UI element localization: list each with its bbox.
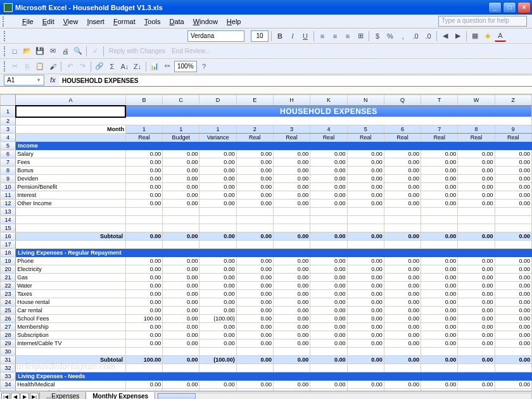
cell[interactable]: 0.00 — [236, 183, 273, 191]
cell[interactable]: 0.00 — [273, 183, 310, 191]
row-label[interactable]: Taxes — [16, 290, 126, 298]
row-label[interactable]: Water — [16, 282, 126, 290]
row-header[interactable]: 11 — [1, 191, 16, 200]
cell[interactable]: 0.00 — [310, 323, 347, 331]
col-header[interactable]: A — [16, 95, 126, 106]
comma-button[interactable]: , — [397, 30, 408, 42]
cell[interactable] — [458, 241, 495, 249]
cell[interactable] — [273, 216, 310, 224]
redo-button[interactable]: ↷ — [77, 61, 88, 72]
row-label[interactable]: Fees — [16, 158, 126, 167]
cell[interactable]: 0.00 — [421, 290, 458, 298]
cell[interactable]: 0.00 — [200, 191, 236, 200]
cell[interactable]: 0.00 — [347, 339, 384, 348]
cell[interactable]: 0.00 — [200, 183, 236, 191]
cell[interactable]: 0.00 — [125, 232, 162, 241]
col-header[interactable]: D — [200, 95, 236, 106]
cell[interactable]: 0.00 — [384, 232, 421, 241]
cell[interactable]: 0.00 — [310, 315, 347, 323]
hyperlink-button[interactable]: 🔗 — [94, 61, 105, 72]
col-header[interactable]: Z — [495, 95, 531, 106]
cell[interactable]: 0.00 — [458, 183, 495, 191]
row-label[interactable]: Salary — [16, 150, 126, 158]
autosum-button[interactable]: Σ — [106, 61, 118, 72]
row-header[interactable]: 19 — [1, 257, 16, 265]
cell[interactable]: Real — [273, 134, 310, 142]
cell[interactable] — [495, 241, 531, 249]
cell[interactable]: 0.00 — [384, 200, 421, 208]
cell[interactable]: 100.00 — [125, 356, 162, 364]
cell[interactable]: 0.00 — [125, 191, 162, 200]
formula-input[interactable]: HOUSEHOLD EXPENSES — [60, 75, 532, 86]
cell[interactable]: 0.00 — [125, 331, 162, 339]
preview-button[interactable]: 🔍 — [72, 46, 84, 57]
mail-button[interactable]: ✉ — [47, 46, 58, 57]
cell[interactable]: 0.00 — [163, 175, 200, 183]
menu-data[interactable]: Data — [165, 16, 188, 27]
cell[interactable]: 0.00 — [273, 257, 310, 265]
cell[interactable]: 0.00 — [384, 191, 421, 200]
cell[interactable]: 0.00 — [273, 356, 310, 364]
cell[interactable]: 0.00 — [200, 381, 236, 389]
cell[interactable] — [273, 364, 310, 372]
cell[interactable]: 0.00 — [495, 167, 531, 175]
row-label[interactable]: Interest — [16, 191, 126, 200]
cell[interactable]: 0.00 — [236, 381, 273, 389]
cell[interactable]: 0.00 — [310, 150, 347, 158]
cell[interactable] — [421, 348, 458, 356]
cell[interactable]: 0.00 — [458, 265, 495, 274]
cell[interactable]: 0.00 — [163, 232, 200, 241]
cell[interactable]: 0.00 — [125, 167, 162, 175]
cell[interactable]: 0.00 — [458, 331, 495, 339]
zoom-input[interactable] — [174, 61, 197, 72]
cell[interactable]: 0.00 — [310, 298, 347, 307]
cell[interactable]: 0.00 — [458, 175, 495, 183]
cell[interactable]: 0.00 — [273, 315, 310, 323]
col-header[interactable]: E — [236, 95, 273, 106]
cell[interactable] — [236, 241, 273, 249]
cell[interactable]: 0.00 — [163, 167, 200, 175]
cell[interactable]: 0.00 — [347, 158, 384, 167]
cell[interactable]: 0.00 — [347, 200, 384, 208]
cell[interactable]: 0.00 — [310, 183, 347, 191]
row-label[interactable]: Internet/Cable TV — [16, 339, 126, 348]
cell[interactable] — [347, 241, 384, 249]
cell[interactable]: 0.00 — [421, 150, 458, 158]
cell[interactable]: Real — [495, 134, 531, 142]
cell[interactable]: 0.00 — [458, 307, 495, 315]
col-header[interactable]: N — [347, 95, 384, 106]
cell[interactable] — [495, 216, 531, 224]
row-header[interactable]: 5 — [1, 142, 16, 150]
cell[interactable] — [384, 208, 421, 216]
cell[interactable]: 0.00 — [310, 331, 347, 339]
cell[interactable]: 0.00 — [495, 158, 531, 167]
cell[interactable]: 0.00 — [347, 389, 384, 391]
row-label[interactable]: Gas — [16, 274, 126, 282]
merge-button[interactable]: ⊞ — [355, 30, 366, 42]
row-header[interactable]: 1 — [1, 106, 16, 117]
cell[interactable]: 0.00 — [125, 257, 162, 265]
cell[interactable] — [236, 364, 273, 372]
cell[interactable]: 0.00 — [163, 158, 200, 167]
cell[interactable] — [125, 364, 162, 372]
cell[interactable]: 0.00 — [384, 274, 421, 282]
cell[interactable]: 0.00 — [125, 282, 162, 290]
paste-button[interactable]: 📋 — [34, 61, 46, 72]
cell[interactable]: 0.00 — [384, 323, 421, 331]
cell[interactable]: 0.00 — [421, 183, 458, 191]
row-label[interactable]: Subscription — [16, 331, 126, 339]
cell[interactable] — [200, 348, 236, 356]
cell[interactable]: 6 — [384, 125, 421, 134]
cell[interactable]: 0.00 — [125, 183, 162, 191]
borders-button[interactable]: ▦ — [469, 30, 481, 42]
cell[interactable]: 0.00 — [347, 298, 384, 307]
cell[interactable]: 0.00 — [495, 150, 531, 158]
cell[interactable] — [16, 208, 126, 216]
menu-view[interactable]: View — [59, 16, 83, 27]
cell[interactable]: 100.00 — [125, 315, 162, 323]
cell[interactable]: Real — [384, 134, 421, 142]
cell[interactable] — [16, 216, 126, 224]
menu-tools[interactable]: Tools — [140, 16, 165, 27]
cell[interactable]: 0.00 — [163, 150, 200, 158]
cell[interactable]: 0.00 — [163, 191, 200, 200]
